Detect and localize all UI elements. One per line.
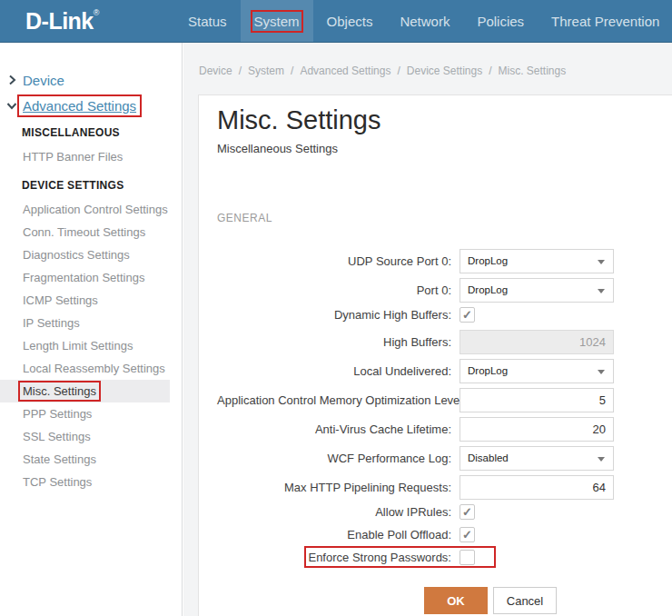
field-label: WCF Performance Log:: [217, 452, 460, 465]
sidebar-item-conn-timeout-settings[interactable]: Conn. Timeout Settings: [0, 221, 170, 243]
sidebar-item-ppp-settings[interactable]: PPP Settings: [0, 402, 170, 425]
form-row: Enforce Strong Passwords:: [217, 549, 655, 565]
nav-system[interactable]: System: [241, 0, 313, 43]
main-nav: Status System Objects Network Policies T…: [174, 0, 672, 43]
breadcrumb-advanced-settings[interactable]: Advanced Settings: [300, 65, 390, 77]
form-actions: OK Cancel: [424, 587, 655, 614]
form-row: Max HTTP Pipelining Requests:: [217, 474, 655, 500]
sidebar-group-device-settings: DEVICE SETTINGS: [22, 179, 182, 192]
registered-trademark: ®: [94, 8, 99, 17]
sidebar-item-application-control-settings[interactable]: Application Control Settings: [0, 198, 170, 221]
max-http-pipelining-requests-input[interactable]: [460, 475, 614, 500]
sidebar-item-tcp-settings[interactable]: TCP Settings: [0, 471, 170, 493]
dropdown-caret-icon: [598, 370, 605, 374]
annotation-outline: Advanced Settings: [21, 98, 138, 114]
sidebar-item-ssl-settings[interactable]: SSL Settings: [0, 425, 170, 448]
sidebar-item-ip-settings[interactable]: IP Settings: [0, 312, 170, 334]
form-row: Enable Poll Offload:: [217, 526, 655, 542]
form-row: Local Undelivered: DropLog: [217, 358, 655, 383]
sidebar-item-icmp-settings[interactable]: ICMP Settings: [0, 289, 170, 312]
sidebar-item-advanced-settings[interactable]: Advanced Settings: [5, 95, 182, 115]
nav-network[interactable]: Network: [386, 0, 463, 43]
field-label: Port 0:: [217, 283, 460, 297]
dynamic-high-buffers-checkbox[interactable]: [460, 307, 475, 323]
dlink-logo[interactable]: D-Link®: [25, 8, 162, 35]
breadcrumb-misc-settings[interactable]: Misc. Settings: [499, 65, 567, 77]
annotation-outline: System: [254, 14, 300, 29]
form-row: WCF Performance Log: Disabled: [217, 445, 655, 471]
annotation-outline: Misc. Settings: [22, 384, 97, 398]
field-label: Dynamic High Buffers:: [217, 308, 460, 322]
field-label: Enable Poll Offload:: [217, 528, 460, 541]
local-undelivered-select[interactable]: DropLog: [460, 359, 614, 383]
chevron-down-icon: [5, 99, 18, 112]
field-label: Anti-Virus Cache Lifetime:: [217, 422, 460, 436]
form-row: High Buffers:: [217, 329, 655, 354]
port-0-select[interactable]: DropLog: [460, 278, 614, 303]
general-section-header: GENERAL: [217, 212, 655, 224]
field-label: Application Control Memory Optimization …: [217, 393, 460, 407]
nav-status[interactable]: Status: [174, 0, 241, 43]
field-label: Local Undelivered:: [217, 364, 460, 378]
breadcrumb-separator: /: [291, 65, 293, 77]
wcf-performance-log-select[interactable]: Disabled: [460, 446, 614, 471]
sidebar-item-state-settings[interactable]: State Settings: [0, 448, 170, 471]
breadcrumb-device-settings[interactable]: Device Settings: [407, 65, 482, 77]
enforce-strong-passwords-checkbox[interactable]: [460, 550, 475, 565]
breadcrumb-device[interactable]: Device: [199, 65, 232, 77]
enable-poll-offload-checkbox[interactable]: [460, 527, 475, 542]
sidebar-item-local-reassembly-settings[interactable]: Local Reassembly Settings: [0, 357, 170, 380]
nav-threat-prevention[interactable]: Threat Prevention: [538, 0, 672, 43]
form-row: Application Control Memory Optimization …: [217, 387, 655, 412]
page-title: Misc. Settings: [217, 103, 655, 137]
field-label: Max HTTP Pipelining Requests:: [217, 481, 460, 494]
sidebar-item-http-banner-files[interactable]: HTTP Banner Files: [0, 145, 170, 168]
field-label: Allow IPRules:: [217, 505, 460, 519]
anti-virus-cache-lifetime-input[interactable]: [460, 417, 614, 442]
dropdown-caret-icon: [598, 457, 605, 462]
misc-settings-form: UDP Source Port 0: DropLog Port 0: DropL…: [217, 248, 655, 614]
udp-source-port-0-select[interactable]: DropLog: [460, 249, 614, 273]
high-buffers-input: [460, 330, 614, 354]
form-row: UDP Source Port 0: DropLog: [217, 248, 655, 273]
topbar: D-Link® Status System Objects Network Po…: [0, 0, 672, 43]
cancel-button[interactable]: Cancel: [493, 587, 557, 614]
allow-iprules-checkbox[interactable]: [460, 504, 475, 520]
sidebar-group-miscellaneous: MISCELLANEOUS: [22, 126, 182, 139]
nav-policies[interactable]: Policies: [463, 0, 538, 43]
form-row: Allow IPRules:: [217, 503, 655, 520]
breadcrumb-separator: /: [239, 65, 242, 77]
breadcrumb-separator: /: [489, 65, 491, 77]
content: Device/System/Advanced Settings/Device S…: [183, 43, 672, 616]
dropdown-caret-icon: [598, 260, 605, 264]
dropdown-caret-icon: [598, 289, 605, 293]
settings-card: Misc. Settings Miscellaneous Settings GE…: [198, 94, 672, 616]
sidebar-item-fragmentation-settings[interactable]: Fragmentation Settings: [0, 266, 170, 289]
page-subtitle: Miscellaneous Settings: [217, 142, 655, 155]
form-row: Port 0: DropLog: [217, 277, 655, 303]
field-label: High Buffers:: [217, 335, 460, 349]
field-label: UDP Source Port 0:: [217, 254, 460, 268]
form-row: Dynamic High Buffers:: [217, 306, 655, 323]
sidebar: Device Advanced Settings MISCELLANEOUS H…: [0, 43, 183, 616]
field-label: Enforce Strong Passwords:: [217, 551, 460, 564]
ok-button[interactable]: OK: [424, 587, 488, 614]
chevron-right-icon: [5, 74, 18, 86]
sidebar-item-device[interactable]: Device: [5, 70, 182, 90]
sidebar-item-misc-settings[interactable]: Misc. Settings: [0, 380, 170, 402]
sidebar-item-diagnostics-settings[interactable]: Diagnostics Settings: [0, 243, 170, 266]
breadcrumb-separator: /: [397, 65, 400, 77]
form-row: Anti-Virus Cache Lifetime:: [217, 416, 655, 442]
breadcrumb-system[interactable]: System: [248, 65, 284, 77]
application-control-memory-optimization-level-input[interactable]: [460, 388, 614, 412]
nav-objects[interactable]: Objects: [313, 0, 387, 43]
breadcrumb: Device/System/Advanced Settings/Device S…: [183, 43, 672, 77]
sidebar-item-length-limit-settings[interactable]: Length Limit Settings: [0, 334, 170, 357]
